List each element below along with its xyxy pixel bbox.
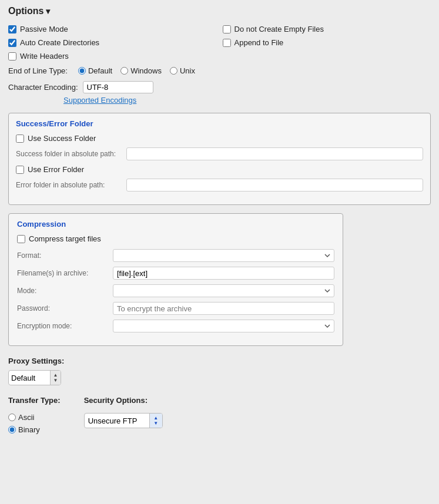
eol-default-label: Default bbox=[88, 66, 112, 75]
filenames-label: Filename(s) in archive: bbox=[17, 269, 108, 277]
format-select[interactable] bbox=[113, 249, 334, 262]
format-label: Format: bbox=[17, 251, 108, 260]
encryption-mode-select[interactable] bbox=[113, 320, 334, 332]
encryption-mode-row: Encryption mode: bbox=[17, 320, 334, 332]
proxy-arrow-btn[interactable]: ▲ ▼ bbox=[50, 371, 61, 385]
append-to-file-row: Append to File bbox=[223, 38, 431, 47]
error-path-input[interactable] bbox=[126, 179, 423, 191]
options-section: Passive Mode Auto Create Directories Wri… bbox=[8, 25, 431, 61]
eol-radio-group: Default Windows Unix bbox=[78, 66, 195, 75]
success-error-folder-section: Success/Error Folder Use Success Folder … bbox=[8, 113, 431, 205]
eol-unix-label: Unix bbox=[180, 66, 195, 75]
password-input[interactable] bbox=[113, 302, 334, 315]
error-path-row: Error folder in absolute path: bbox=[16, 179, 423, 191]
ascii-label: Ascii bbox=[18, 413, 34, 422]
password-label: Password: bbox=[17, 304, 108, 313]
filenames-input[interactable] bbox=[113, 267, 334, 280]
eol-default-radio[interactable] bbox=[78, 67, 86, 75]
security-select[interactable]: Unsecure FTP FTP/SSL Implicit FTP/SSL Ex… bbox=[85, 414, 149, 428]
filenames-row: Filename(s) in archive: bbox=[17, 267, 334, 280]
compression-title: Compression bbox=[17, 220, 334, 229]
ascii-radio-item: Ascii bbox=[8, 413, 61, 422]
security-heading: Security Options: bbox=[84, 396, 163, 405]
success-error-folder-title: Success/Error Folder bbox=[16, 119, 423, 128]
compress-target-checkbox[interactable] bbox=[17, 235, 25, 243]
write-headers-checkbox[interactable] bbox=[8, 52, 16, 61]
no-empty-files-row: Do not Create Empty Files bbox=[223, 25, 431, 33]
passive-mode-row: Passive Mode bbox=[8, 25, 217, 33]
append-to-file-label: Append to File bbox=[234, 38, 284, 47]
compress-target-row: Compress target files bbox=[17, 234, 334, 243]
append-to-file-checkbox[interactable] bbox=[223, 39, 231, 47]
mode-label: Mode: bbox=[17, 287, 108, 295]
proxy-heading: Proxy Settings: bbox=[8, 357, 431, 365]
use-success-folder-label: Use Success Folder bbox=[28, 134, 96, 143]
transfer-type-heading: Transfer Type: bbox=[8, 396, 61, 405]
eol-windows-item: Windows bbox=[120, 66, 162, 75]
no-empty-files-label: Do not Create Empty Files bbox=[234, 25, 324, 33]
encryption-mode-label: Encryption mode: bbox=[17, 322, 108, 330]
security-select-wrapper: Unsecure FTP FTP/SSL Implicit FTP/SSL Ex… bbox=[84, 413, 163, 428]
success-path-input[interactable] bbox=[126, 147, 423, 160]
compression-section: Compression Compress target files Format… bbox=[8, 213, 343, 346]
ascii-radio[interactable] bbox=[8, 414, 16, 421]
use-error-folder-row: Use Error Folder bbox=[16, 165, 423, 174]
eol-windows-label: Windows bbox=[130, 66, 162, 75]
auto-create-row: Auto Create Directories bbox=[8, 38, 217, 47]
passive-mode-checkbox[interactable] bbox=[8, 25, 16, 33]
use-success-folder-checkbox[interactable] bbox=[16, 135, 24, 143]
error-path-label: Error folder in absolute path: bbox=[16, 181, 122, 189]
eol-unix-radio[interactable] bbox=[170, 67, 177, 75]
mode-row: Mode: bbox=[17, 284, 334, 297]
dropdown-icon[interactable]: ▾ bbox=[46, 6, 50, 16]
transfer-security-section: Transfer Type: Ascii Binary Security Opt… bbox=[8, 396, 431, 434]
encoding-input[interactable] bbox=[83, 81, 153, 93]
security-options-col: Security Options: Unsecure FTP FTP/SSL I… bbox=[84, 396, 163, 428]
use-success-folder-row: Use Success Folder bbox=[16, 134, 423, 143]
eol-label: End of Line Type: bbox=[8, 66, 68, 75]
eol-unix-item: Unix bbox=[170, 66, 195, 75]
binary-radio[interactable] bbox=[8, 426, 16, 434]
passive-mode-label: Passive Mode bbox=[20, 25, 68, 33]
mode-select[interactable] bbox=[113, 284, 334, 297]
eol-windows-radio[interactable] bbox=[120, 67, 128, 75]
binary-label: Binary bbox=[18, 425, 40, 434]
security-arrow-btn[interactable]: ▲ ▼ bbox=[149, 414, 162, 428]
write-headers-label: Write Headers bbox=[20, 52, 69, 61]
transfer-type-col: Transfer Type: Ascii Binary bbox=[8, 396, 61, 434]
auto-create-label: Auto Create Directories bbox=[20, 38, 99, 47]
use-error-folder-checkbox[interactable] bbox=[16, 166, 24, 174]
compress-target-label: Compress target files bbox=[29, 234, 101, 243]
eol-default-item: Default bbox=[78, 66, 112, 75]
proxy-select-wrapper: Default None HTTP SOCKS4 SOCKS5 ▲ ▼ bbox=[8, 370, 61, 385]
use-error-folder-label: Use Error Folder bbox=[28, 165, 84, 174]
binary-radio-item: Binary bbox=[8, 425, 61, 434]
write-headers-row: Write Headers bbox=[8, 52, 217, 61]
no-empty-files-checkbox[interactable] bbox=[223, 25, 231, 33]
format-row: Format: bbox=[17, 249, 334, 262]
success-path-label: Success folder in absolute path: bbox=[16, 150, 122, 158]
title-text: Options bbox=[8, 6, 43, 16]
encoding-label: Character Encoding: bbox=[8, 83, 78, 92]
proxy-row: Default None HTTP SOCKS4 SOCKS5 ▲ ▼ bbox=[8, 370, 431, 385]
success-path-row: Success folder in absolute path: bbox=[16, 147, 423, 160]
auto-create-checkbox[interactable] bbox=[8, 39, 16, 47]
proxy-select[interactable]: Default None HTTP SOCKS4 SOCKS5 bbox=[9, 371, 50, 385]
page-title: Options ▾ bbox=[8, 6, 431, 16]
proxy-section: Proxy Settings: Default None HTTP SOCKS4… bbox=[8, 357, 431, 385]
supported-encodings-link[interactable]: Supported Encodings bbox=[63, 96, 431, 105]
password-row: Password: bbox=[17, 302, 334, 315]
eol-row: End of Line Type: Default Windows Unix bbox=[8, 66, 431, 75]
encoding-row: Character Encoding: bbox=[8, 81, 431, 93]
